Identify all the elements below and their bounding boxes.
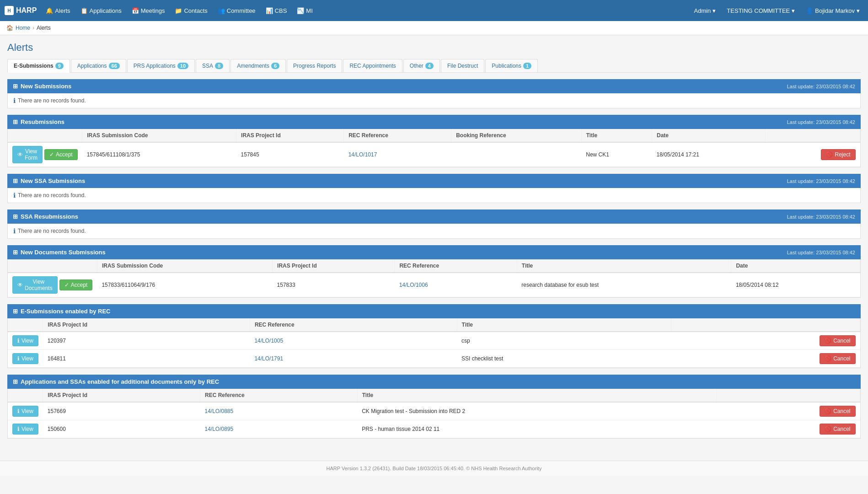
erec-project-id-2: 164811 [43,350,250,368]
erec-view-button-1[interactable]: ℹ View [12,335,38,346]
ssa-resubmissions-title: SSA Resubmissions [21,213,78,220]
breadcrumb-home[interactable]: Home [16,25,30,31]
tab-ssa[interactable]: SSA 8 [196,59,230,72]
nav-contacts[interactable]: 📁 Contacts [170,5,212,16]
new-ssa-header: ⊞ New SSA Submissions Last update: 23/03… [7,174,861,188]
appssa-cancel-icon-2: 🚫 [825,426,831,432]
nav-meetings-label: Meetings [141,7,165,14]
erec-info-icon-2: ℹ [17,355,20,362]
tab-file-destruct[interactable]: File Destruct [441,59,484,72]
user-dropdown[interactable]: 👤 Bojidar Markov ▾ [802,5,863,16]
nav-applications-label: Applications [90,7,122,14]
info-icon: ℹ [13,97,16,104]
home-icon: 🏠 [6,25,13,31]
erec-rec-ref-link-1[interactable]: 14/LO/1005 [254,338,283,344]
tab-prs-badge: 10 [177,63,188,69]
resubmission-row-actions: 👁 View Form ✓ Accept [8,142,82,167]
resubmissions-header-row: IRAS Submission Code IRAS Project Id REC… [8,129,860,142]
view-documents-button[interactable]: 👁 View Documents [12,276,58,294]
accept-label: Accept [56,151,73,158]
appssa-view-label-2: View [21,426,33,432]
tab-rec-label: REC Appointments [349,63,396,69]
new-documents-title-container: ⊞ New Documents Submissions [13,249,106,256]
breadcrumb-current: Alerts [37,25,51,31]
brand-logo[interactable]: H HARP [5,6,37,15]
appssa-cancel-button-2[interactable]: 🚫 Cancel [820,424,855,435]
nav-committee[interactable]: 👥 Committee [213,5,260,16]
nd-accept-label: Accept [71,282,88,288]
appssa-view-button-1[interactable]: ℹ View [12,406,38,417]
alerts-icon: 🔔 [46,7,53,14]
new-submissions-body: ℹ There are no records found. [7,93,861,108]
tab-filedestruct-label: File Destruct [447,63,478,69]
appssa-cancel-button-1[interactable]: 🚫 Cancel [820,406,855,417]
new-ssa-body: ℹ There are no records found. [7,188,861,203]
col-erec-title: Title [457,318,671,332]
new-documents-last-update: Last update: 23/03/2015 08:42 [787,250,855,255]
view-form-button[interactable]: 👁 View Form [12,146,43,163]
new-documents-header: ⊞ New Documents Submissions Last update:… [7,245,861,259]
appssa-rec-ref-1: 14/LO/0885 [200,402,357,420]
appssa-rec-ref-link-2[interactable]: 14/LO/0895 [204,426,233,432]
new-ssa-no-records: ℹ There are no records found. [8,188,860,203]
ssa-resubmissions-section: ⊞ SSA Resubmissions Last update: 23/03/2… [7,209,861,239]
appssa-project-id-2: 150600 [43,420,200,438]
harp-icon: H [5,6,14,15]
erec-view-button-2[interactable]: ℹ View [12,353,38,364]
appssa-row2-action-left: ℹ View [8,420,43,438]
tab-publications[interactable]: Publications 1 [485,59,538,72]
accept-button[interactable]: ✓ Accept [44,149,78,160]
tab-applications[interactable]: Applications 66 [71,59,126,72]
breadcrumb-separator: › [32,25,34,31]
appssa-view-button-2[interactable]: ℹ View [12,424,38,435]
col-iras-project-id: IRAS Project Id [236,129,344,142]
erec-rec-ref-link-2[interactable]: 14/LO/1791 [254,355,283,362]
tab-prs-applications[interactable]: PRS Applications 10 [127,59,195,72]
esubmissions-rec-grid-icon: ⊞ [13,308,18,315]
grid-icon: ⊞ [13,83,18,90]
nav-meetings[interactable]: 📅 Meetings [127,5,170,16]
table-row: ℹ View 164811 14/LO/1791 SSI checklist t… [8,350,860,368]
footer: HARP Version 1.3.2 (26431). Build Date 1… [0,461,868,476]
tab-amendments[interactable]: Amendments 6 [230,59,286,72]
tab-other[interactable]: Other 4 [403,59,440,72]
nd-action-cell-left: 👁 View Documents ✓ Accept [12,276,92,294]
erec-cancel-button-2[interactable]: 🚫 Cancel [820,353,855,364]
ssa-resubmissions-info-icon: ℹ [13,227,16,235]
tab-rec-appointments[interactable]: REC Appointments [343,59,402,72]
admin-label: Admin [694,7,711,14]
tab-publications-badge: 1 [523,63,531,69]
tab-esubmissions[interactable]: E-Submissions 9 [7,59,70,73]
main-content: Alerts E-Submissions 9 Applications 66 P… [0,35,868,451]
committee-dropdown[interactable]: TESTING COMMITTEE ▾ [723,5,798,16]
applications-ssas-title: Applications and SSAs enabled for additi… [21,378,219,385]
resubmissions-title-container: ⊞ Resubmissions [13,118,64,125]
appssa-cancel-label-1: Cancel [833,408,850,414]
reject-button[interactable]: 🚫 Reject [821,149,855,160]
date-cell: 18/05/2014 17:21 [652,142,766,167]
col-nd-date: Date [731,259,860,273]
erec-view-label-1: View [21,338,33,344]
new-ssa-last-update: Last update: 23/03/2015 08:42 [787,178,855,184]
tab-progress-reports[interactable]: Progress Reports [287,59,342,72]
nav-cbs[interactable]: 📊 CBS [261,5,292,16]
appssa-cancel-cell-1: 🚫 Cancel [717,402,860,420]
erec-cancel-button-1[interactable]: 🚫 Cancel [820,335,855,346]
appssa-rec-ref-link-1[interactable]: 14/LO/0885 [204,408,233,414]
nd-rec-reference-link[interactable]: 14/LO/1006 [399,282,428,288]
table-row: ℹ View 120397 14/LO/1005 csp 🚫 [8,332,860,350]
nd-accept-button[interactable]: ✓ Accept [59,279,93,290]
view-docs-label: View Documents [25,279,53,291]
tab-amendments-label: Amendments [237,63,269,69]
ssa-resubmissions-no-records-text: There are no records found. [18,228,86,234]
committee-chevron-icon: ▾ [792,7,795,14]
nav-alerts[interactable]: 🔔 Alerts [41,5,75,16]
rec-reference-link[interactable]: 14/LO/1017 [348,151,377,158]
rec-reference-cell: 14/LO/1017 [344,142,451,167]
title-cell: New CK1 [581,142,652,167]
admin-dropdown[interactable]: Admin ▾ [690,5,719,16]
booking-reference-cell [451,142,582,167]
nav-mi[interactable]: 📉 MI [292,5,317,16]
col-action-right [765,129,860,142]
nav-applications[interactable]: 📋 Applications [76,5,126,16]
